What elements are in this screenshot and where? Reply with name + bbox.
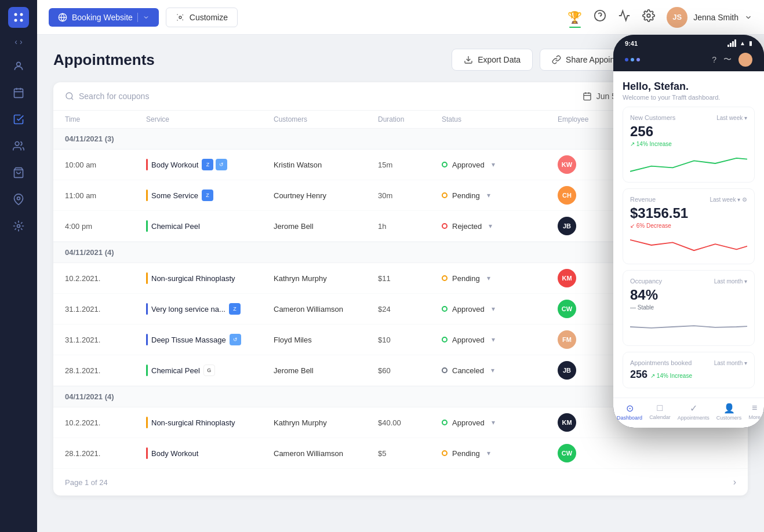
status-chevron[interactable]: ▾ bbox=[487, 274, 490, 282]
customize-button[interactable]: Customize bbox=[166, 8, 238, 27]
user-menu[interactable]: JS Jenna Smith bbox=[667, 7, 752, 28]
time-cell: 4:00 pm bbox=[65, 222, 146, 231]
service-dot bbox=[146, 220, 148, 232]
phone-nav-label: Calendar bbox=[649, 414, 671, 420]
google-icon: G bbox=[203, 365, 215, 376]
booking-website-button[interactable]: Booking Website bbox=[49, 8, 159, 27]
col-service: Service bbox=[146, 115, 274, 123]
pagination-chevron[interactable]: › bbox=[733, 477, 736, 487]
status-cell: Canceled ▾ bbox=[442, 366, 558, 375]
phone-card-period: Last month ▾ bbox=[714, 278, 747, 285]
service-icons: Z bbox=[229, 303, 241, 315]
phone-chart-customers bbox=[630, 152, 747, 175]
status-cell: Approved ▾ bbox=[442, 305, 558, 314]
status-text: Approved bbox=[452, 305, 485, 314]
time-cell: 31.1.2021. bbox=[65, 336, 146, 344]
export-data-button[interactable]: Export Data bbox=[452, 49, 533, 71]
svg-point-2 bbox=[14, 19, 17, 22]
sidebar-item-locations[interactable] bbox=[7, 188, 30, 211]
sidebar-item-profile[interactable] bbox=[7, 54, 30, 78]
status-chevron[interactable]: ▾ bbox=[492, 336, 495, 344]
customer-cell: Courtney Henry bbox=[274, 191, 378, 200]
phone-card-delta: ↗ 14% Increase bbox=[630, 141, 747, 147]
phone-user-avatar bbox=[738, 53, 752, 67]
status-chevron[interactable]: ▾ bbox=[487, 191, 490, 199]
service-icons: G bbox=[203, 365, 215, 376]
phone-card-value: 256 bbox=[630, 123, 747, 140]
phone-time: 9:41 bbox=[625, 40, 638, 47]
sidebar-item-customers[interactable] bbox=[7, 134, 30, 158]
sidebar-item-settings[interactable] bbox=[7, 214, 30, 238]
svg-rect-5 bbox=[14, 89, 23, 97]
phone-card-value: 84% bbox=[630, 287, 747, 303]
col-customers: Customers bbox=[274, 115, 378, 123]
trophy-icon[interactable]: 🏆 bbox=[567, 10, 582, 24]
customer-cell: Cameron Williamson bbox=[274, 449, 378, 458]
svg-point-9 bbox=[15, 142, 19, 146]
sidebar: ‹ › bbox=[0, 0, 37, 532]
duration-cell: $40.00 bbox=[378, 418, 442, 427]
duration-cell: 1h bbox=[378, 222, 442, 231]
sidebar-item-services[interactable] bbox=[7, 161, 30, 184]
status-chevron[interactable]: ▾ bbox=[492, 418, 495, 427]
service-name: Some Service bbox=[151, 191, 198, 200]
svg-point-3 bbox=[20, 19, 23, 22]
service-icons: Z ↺ bbox=[202, 159, 227, 170]
service-cell: Chemical Peel bbox=[146, 220, 274, 232]
status-dot-rejected bbox=[442, 223, 448, 229]
settings-icon[interactable] bbox=[642, 9, 655, 25]
service-dot bbox=[146, 159, 148, 170]
col-status: Status bbox=[442, 115, 558, 123]
phone-nav-label: More bbox=[748, 414, 761, 420]
appointments-icon: ✓ bbox=[690, 403, 697, 414]
time-cell: 10.2.2021. bbox=[65, 274, 146, 283]
status-chevron[interactable]: ▾ bbox=[487, 449, 490, 457]
search-wrapper: Search for coupons bbox=[65, 92, 583, 101]
activity-icon[interactable] bbox=[618, 9, 631, 25]
export-data-label: Export Data bbox=[478, 55, 521, 64]
app-logo[interactable] bbox=[8, 7, 29, 28]
help-icon[interactable] bbox=[594, 9, 606, 25]
customer-cell: Kathryn Murphy bbox=[274, 274, 378, 283]
status-cell: Approved ▾ bbox=[442, 418, 558, 427]
chevron-right-icon[interactable]: › bbox=[20, 37, 23, 46]
chevron-left-icon[interactable]: ‹ bbox=[14, 37, 17, 46]
duration-cell: $24 bbox=[378, 305, 442, 314]
topnav-icons: 🏆 JS Jenna Smith bbox=[567, 7, 752, 28]
repeat-icon: ↺ bbox=[216, 159, 227, 170]
status-dot-canceled bbox=[442, 367, 448, 373]
customer-cell: Kathryn Murphy bbox=[274, 418, 378, 427]
status-dot-pending bbox=[442, 192, 448, 198]
phone-nav-appointments[interactable]: ✓ Appointments bbox=[678, 403, 710, 421]
service-icons: ↺ bbox=[230, 334, 241, 345]
table-row: 28.1.2021. Body Workout Cameron Williams… bbox=[53, 438, 748, 469]
status-chevron[interactable]: ▾ bbox=[492, 161, 495, 169]
page-title: Appointments bbox=[53, 51, 445, 69]
status-text: Canceled bbox=[452, 366, 484, 375]
sidebar-chevrons[interactable]: ‹ › bbox=[14, 37, 22, 46]
phone-nav-customers[interactable]: 👤 Customers bbox=[716, 403, 742, 421]
phone-card-appointments: Appointments booked Last month ▾ 256 ↗ 1… bbox=[623, 352, 755, 388]
phone-nav-more[interactable]: ≡ More bbox=[748, 403, 761, 421]
service-dot bbox=[146, 190, 148, 201]
employee-avatar: CW bbox=[558, 444, 576, 462]
search-placeholder[interactable]: Search for coupons bbox=[79, 92, 149, 101]
status-chevron[interactable]: ▾ bbox=[489, 222, 492, 230]
status-chevron[interactable]: ▾ bbox=[491, 366, 494, 374]
phone-card-delta: — Stable bbox=[630, 304, 747, 311]
service-cell: Body Workout Z ↺ bbox=[146, 159, 274, 170]
calendar-icon: □ bbox=[657, 403, 663, 413]
status-chevron[interactable]: ▾ bbox=[492, 305, 495, 313]
service-cell: Chemical Peel G bbox=[146, 365, 274, 376]
svg-point-20 bbox=[66, 93, 72, 99]
status-cell: Pending ▾ bbox=[442, 274, 558, 283]
time-cell: 10:00 am bbox=[65, 161, 146, 169]
phone-nav-calendar[interactable]: □ Calendar bbox=[649, 403, 671, 421]
sidebar-item-calendar[interactable] bbox=[7, 81, 30, 104]
service-cell: Non-surgical Rhinoplasty bbox=[146, 272, 274, 284]
sidebar-item-appointments[interactable] bbox=[7, 108, 30, 131]
svg-rect-22 bbox=[584, 93, 591, 100]
phone-chart-revenue bbox=[630, 234, 747, 257]
phone-nav-dashboard[interactable]: ⊙ Dashboard bbox=[617, 403, 642, 421]
employee-avatar: JB bbox=[558, 217, 576, 235]
